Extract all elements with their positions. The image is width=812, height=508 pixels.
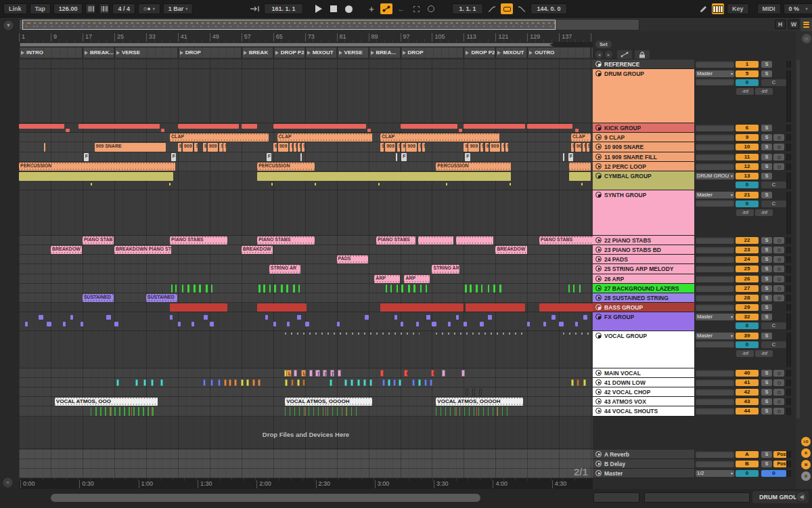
clip-perc[interactable]: PERCUSSION — [257, 163, 315, 171]
clip-perc[interactable] — [569, 163, 591, 171]
clip-cymbal[interactable] — [271, 183, 273, 186]
clip-arp[interactable]: ARP — [404, 275, 430, 283]
clip-down-low[interactable] — [203, 379, 206, 386]
clip-lazers[interactable] — [476, 284, 478, 293]
clip-snare[interactable]: 909 — [575, 143, 581, 152]
clip-clap[interactable]: CLAP — [380, 133, 499, 142]
track-name[interactable]: 28 SUSTAINED STRING — [593, 293, 694, 303]
nudge-down-icon[interactable] — [85, 3, 96, 14]
clip-kick-group[interactable] — [78, 124, 160, 129]
clip-cymbal[interactable] — [19, 172, 173, 181]
clip-down-low[interactable] — [210, 379, 213, 386]
io-input-box[interactable] — [696, 304, 734, 311]
track-name[interactable]: DRUM GROUP — [593, 69, 694, 123]
clip-piano-stabs[interactable] — [418, 236, 453, 245]
io-input-box[interactable] — [696, 266, 734, 272]
tap-button[interactable]: Tap — [30, 3, 51, 14]
lane-a-reverb[interactable] — [19, 450, 593, 459]
clip-shouts[interactable] — [436, 407, 511, 416]
clip-fx[interactable] — [401, 322, 403, 326]
clip-snare-fill[interactable]: F — [171, 153, 177, 161]
clip-string-arp[interactable]: STRING AR — [269, 265, 300, 274]
clip-snare[interactable]: S — [290, 143, 292, 152]
arrangement-marker[interactable]: DROP P2 — [464, 47, 495, 58]
back-arrow-button[interactable]: ◂ — [595, 51, 603, 58]
crossfade-button[interactable]: C — [761, 322, 786, 329]
zoom-height-button[interactable]: H — [775, 20, 786, 29]
solo-button[interactable]: S — [761, 389, 772, 396]
track-header-bass[interactable]: BASS GROUP29S — [593, 303, 796, 312]
io-input-box[interactable] — [696, 154, 734, 161]
io-input-box[interactable] — [696, 461, 734, 467]
clip-main-vocal[interactable] — [309, 370, 313, 377]
return-name[interactable]: A Reverb — [593, 450, 694, 459]
clip-fx[interactable] — [106, 315, 110, 320]
track-number-badge[interactable]: 22 — [736, 237, 759, 244]
solo-button[interactable]: S — [761, 70, 772, 77]
track-header-perc[interactable]: 12 PERC LOOP12S — [593, 162, 796, 171]
loop-start-display[interactable]: 1. 1. 1 — [452, 3, 483, 14]
arrangement-marker[interactable]: DROP P2 — [273, 47, 304, 58]
solo-button[interactable]: S — [761, 134, 772, 141]
track-number-badge[interactable]: 23 — [736, 247, 759, 253]
clip-fx[interactable] — [527, 322, 530, 326]
solo-button[interactable]: S — [761, 256, 772, 263]
clip-kick-group[interactable] — [242, 124, 257, 129]
track-name[interactable]: 24 PADS — [593, 255, 694, 264]
solo-button[interactable]: S — [761, 285, 772, 292]
io-input-box[interactable] — [696, 134, 734, 141]
lane-lazers[interactable] — [19, 284, 593, 293]
clip-fx[interactable] — [464, 322, 466, 326]
clip-down-low[interactable] — [412, 379, 415, 386]
clip-down-low[interactable] — [369, 379, 372, 386]
pan-display[interactable]: 0 — [736, 341, 759, 348]
returns-section-toggle[interactable]: R — [801, 448, 811, 458]
master-io-select[interactable]: 1/2 — [696, 470, 734, 477]
io-input-box[interactable] — [696, 247, 734, 253]
track-number-badge[interactable]: 42 — [736, 389, 759, 396]
track-header-string-arp[interactable]: 25 STRING ARP MELODY25S — [593, 264, 796, 274]
re-enable-automation-button[interactable]: ← — [395, 3, 407, 14]
zoom-width-button[interactable]: W — [788, 20, 799, 29]
clip-snare[interactable]: 909 S — [278, 143, 288, 152]
clip-fx[interactable] — [81, 322, 83, 326]
expand-transport-button[interactable]: ▼ — [3, 20, 14, 31]
clip-bass[interactable] — [466, 303, 524, 312]
solo-button[interactable]: S — [761, 314, 772, 320]
clip-lazers[interactable] — [426, 284, 428, 293]
time-ruler[interactable]: 0:000:301:001:302:002:303:003:304:004:30 — [19, 478, 593, 489]
clip-snare-fill[interactable]: F — [84, 153, 89, 161]
solo-button[interactable]: S — [761, 295, 772, 301]
track-number-badge[interactable]: 43 — [736, 398, 759, 405]
clip-down-low[interactable] — [344, 379, 347, 386]
track-number-badge[interactable]: 5 — [736, 70, 759, 77]
clip-snare[interactable]: 9 — [571, 143, 574, 152]
solo-button[interactable]: S — [761, 304, 772, 311]
clip-fx[interactable] — [416, 322, 419, 326]
clip-snare-fill[interactable] — [396, 153, 397, 161]
clip-fx[interactable] — [432, 322, 436, 326]
clip-snare-fill[interactable]: F — [401, 153, 407, 161]
clip-clap[interactable]: CLAP — [277, 133, 372, 142]
clip-shouts[interactable] — [91, 407, 154, 416]
io-routing-select[interactable]: Master — [696, 192, 734, 198]
track-header-atmos[interactable]: 43 ATMOS VOX43S — [593, 397, 796, 406]
clip-clap[interactable]: CLAP — [571, 133, 591, 142]
clip-snare[interactable]: 90 — [401, 143, 405, 152]
clip-cymbal[interactable] — [169, 183, 171, 186]
clip-down-low[interactable] — [363, 379, 366, 386]
clip-vocal-chop[interactable] — [466, 389, 468, 396]
clip-lazers[interactable] — [199, 284, 201, 293]
clip-lazers[interactable] — [175, 284, 177, 293]
clip-fx[interactable] — [575, 322, 578, 326]
arrangement-area[interactable]: Drop Files and Devices Here2/1CLAPCLAPCL… — [19, 60, 593, 478]
arrangement-marker[interactable]: DROP — [401, 47, 464, 58]
clip-down-low[interactable] — [382, 379, 385, 386]
arm-button[interactable] — [773, 134, 784, 141]
clip-down-low[interactable] — [116, 379, 119, 386]
clip-snare-fill[interactable]: F — [568, 153, 574, 161]
clip-down-low[interactable] — [252, 379, 255, 386]
track-number-badge[interactable]: 6 — [736, 125, 759, 131]
clip-kick-group[interactable] — [527, 124, 572, 129]
clip-snare[interactable]: S — [480, 143, 483, 152]
